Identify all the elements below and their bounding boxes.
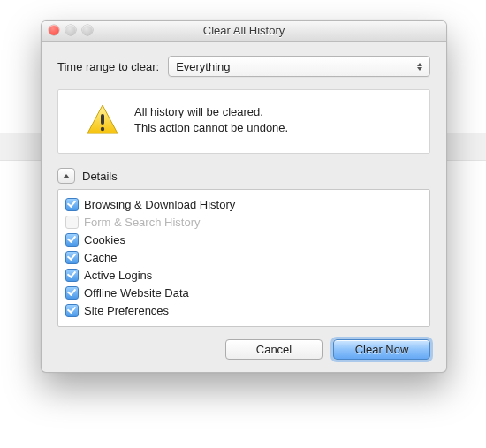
list-item-label: Cookies	[84, 233, 125, 247]
checkbox[interactable]	[65, 198, 79, 211]
list-item: Cookies	[65, 231, 422, 248]
warning-line2: This action cannot be undone.	[134, 120, 288, 136]
list-item-label: Form & Search History	[84, 216, 200, 229]
list-item-label: Browsing & Download History	[84, 198, 235, 211]
close-icon[interactable]	[49, 25, 59, 35]
list-item-label: Offline Website Data	[84, 286, 189, 300]
list-item: Cache	[65, 248, 422, 266]
list-item: Form & Search History	[65, 213, 422, 231]
checkbox[interactable]	[65, 269, 79, 282]
checkbox	[65, 216, 79, 229]
details-label: Details	[82, 170, 118, 183]
minimize-icon	[65, 25, 76, 35]
svg-rect-0	[101, 114, 104, 125]
warning-box: All history will be cleared. This action…	[57, 89, 430, 154]
warning-text: All history will be cleared. This action…	[134, 103, 288, 136]
cancel-button-label: Cancel	[256, 343, 292, 356]
zoom-icon	[82, 25, 93, 35]
checkbox[interactable]	[65, 251, 79, 264]
button-row: Cancel Clear Now	[57, 339, 430, 360]
time-range-value: Everything	[176, 60, 230, 73]
cancel-button[interactable]: Cancel	[225, 339, 323, 360]
time-range-label: Time range to clear:	[57, 60, 159, 73]
list-item-label: Cache	[84, 251, 118, 264]
time-range-select[interactable]: Everything	[168, 56, 430, 77]
window-controls	[49, 25, 93, 35]
window-title: Clear All History	[203, 24, 285, 37]
list-item: Browsing & Download History	[65, 195, 422, 213]
clear-now-button-label: Clear Now	[355, 343, 409, 356]
checkbox[interactable]	[65, 304, 79, 317]
dialog-window: Clear All History Time range to clear: E…	[41, 20, 447, 373]
warning-icon	[85, 103, 120, 140]
dialog-content: Time range to clear: Everything	[42, 42, 446, 372]
details-list: Browsing & Download HistoryForm & Search…	[57, 189, 430, 327]
list-item-label: Site Preferences	[84, 304, 169, 317]
updown-icon	[414, 58, 425, 74]
disclosure-toggle[interactable]	[57, 168, 75, 184]
details-header: Details	[57, 168, 430, 184]
list-item-label: Active Logins	[84, 269, 152, 282]
list-item: Offline Website Data	[65, 284, 422, 301]
list-item: Site Preferences	[65, 301, 422, 319]
checkbox[interactable]	[65, 233, 79, 247]
svg-point-1	[101, 127, 104, 131]
clear-now-button[interactable]: Clear Now	[333, 339, 430, 360]
titlebar: Clear All History	[42, 21, 446, 42]
warning-line1: All history will be cleared.	[134, 104, 288, 120]
checkbox[interactable]	[65, 286, 79, 300]
list-item: Active Logins	[65, 266, 422, 284]
time-range-row: Time range to clear: Everything	[57, 56, 430, 77]
